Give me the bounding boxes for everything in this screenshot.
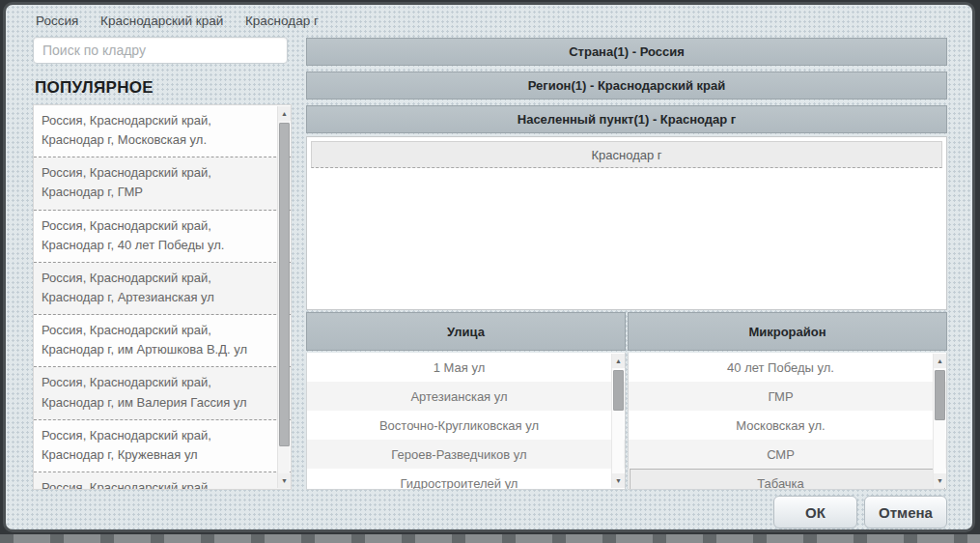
popular-list-item[interactable]: Россия, Краснодарский край, Краснодар г,… — [34, 157, 291, 210]
search-input[interactable] — [33, 37, 288, 64]
scroll-up-button[interactable]: ▲ — [934, 354, 946, 368]
street-list: 1 Мая ул Артезианская ул Восточно-Кругли… — [306, 353, 626, 490]
settlement-selected-item[interactable]: Краснодар г — [311, 141, 942, 168]
scroll-up-icon: ▲ — [937, 357, 943, 364]
district-list-item[interactable]: Московская ул. — [629, 411, 946, 440]
street-list-item[interactable]: Гидростроителей ул — [307, 469, 625, 490]
scroll-down-icon: ▼ — [281, 477, 288, 484]
scroll-down-button[interactable]: ▼ — [934, 473, 946, 488]
scroll-up-button[interactable]: ▲ — [612, 354, 625, 368]
popular-list-item[interactable]: Россия, Краснодарский край, Краснодар г,… — [34, 420, 291, 472]
district-scrollbar[interactable]: ▲ ▼ — [933, 354, 945, 488]
popular-list-item[interactable]: Россия, Краснодарский край, Краснодар г,… — [34, 211, 291, 263]
scroll-up-icon: ▲ — [281, 110, 288, 117]
address-picker-dialog: Россия Краснодарский край Краснодар г ПО… — [3, 2, 975, 532]
breadcrumb: Россия Краснодарский край Краснодар г — [36, 14, 337, 28]
district-column: Микрорайон 40 лет Победы ул. ГМР Московс… — [628, 312, 947, 490]
scroll-up-icon: ▲ — [615, 357, 622, 364]
district-column-header: Микрорайон — [628, 312, 947, 351]
page-behind-dialog — [0, 534, 980, 543]
scroll-down-icon: ▼ — [937, 477, 943, 484]
cancel-button[interactable]: Отмена — [864, 496, 947, 529]
district-list-item[interactable]: СМР — [629, 440, 946, 469]
district-list-item[interactable]: 40 лет Победы ул. — [629, 353, 946, 382]
level-country-bar[interactable]: Страна(1) - Россия — [306, 38, 947, 66]
popular-list-item[interactable]: Россия, Краснодарский край, Краснодар г,… — [34, 105, 291, 157]
scrollbar-thumb[interactable] — [613, 370, 624, 411]
district-list-item[interactable]: Табачка — [630, 469, 945, 490]
popular-list-item[interactable]: Россия, Краснодарский край, Краснодар г,… — [34, 367, 291, 419]
scrollbar-thumb[interactable] — [279, 123, 290, 446]
popular-scrollbar[interactable]: ▲ ▼ — [277, 106, 290, 488]
breadcrumb-item-city[interactable]: Краснодар г — [245, 14, 319, 28]
district-list-item[interactable]: ГМР — [629, 382, 946, 411]
ok-button[interactable]: ОК — [773, 496, 857, 529]
street-column-header: Улица — [306, 312, 626, 351]
scrollbar-thumb[interactable] — [935, 370, 945, 420]
level-region-bar[interactable]: Регион(1) - Краснодарский край — [306, 71, 947, 100]
settlement-panel: Краснодар г — [306, 136, 947, 310]
level-settlement-bar[interactable]: Населенный пункт(1) - Краснодар г — [306, 105, 947, 133]
street-list-item[interactable]: Восточно-Кругликовская ул — [307, 411, 625, 440]
scroll-up-button[interactable]: ▲ — [278, 106, 291, 121]
scroll-down-button[interactable]: ▼ — [278, 473, 291, 488]
popular-list-item[interactable]: Россия, Краснодарский край, Краснодар г,… — [34, 472, 291, 490]
breadcrumb-item-region[interactable]: Краснодарский край — [100, 14, 223, 28]
street-scrollbar[interactable]: ▲ ▼ — [611, 354, 624, 488]
popular-list-item[interactable]: Россия, Краснодарский край, Краснодар г,… — [34, 263, 291, 315]
breadcrumb-item-country[interactable]: Россия — [36, 14, 78, 28]
popular-heading: ПОПУЛЯРНОЕ — [35, 78, 154, 98]
popular-list-item[interactable]: Россия, Краснодарский край, Краснодар г,… — [34, 315, 291, 367]
district-list: 40 лет Победы ул. ГМР Московская ул. СМР… — [628, 353, 947, 490]
street-list-item[interactable]: Артезианская ул — [307, 382, 625, 411]
street-column: Улица 1 Мая ул Артезианская ул Восточно-… — [306, 312, 626, 490]
scroll-down-icon: ▼ — [615, 477, 622, 484]
street-list-item[interactable]: 1 Мая ул — [307, 353, 625, 382]
popular-list: Россия, Краснодарский край, Краснодар г,… — [33, 104, 292, 490]
street-list-item[interactable]: Героев-Разведчиков ул — [307, 440, 625, 469]
scroll-down-button[interactable]: ▼ — [612, 473, 625, 488]
